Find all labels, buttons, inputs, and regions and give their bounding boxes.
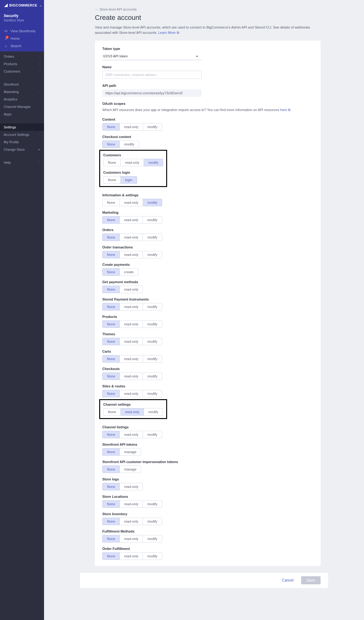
scope-option[interactable]: None (102, 338, 120, 345)
scope-option[interactable]: None (102, 552, 120, 560)
scope-option[interactable]: modify (143, 372, 162, 380)
scope-option[interactable]: None (102, 123, 120, 131)
scope-option[interactable]: modify (143, 518, 162, 525)
scope-option[interactable]: read-only (120, 251, 143, 258)
scope-option[interactable]: modify (143, 431, 162, 438)
scope-option[interactable]: read-only (120, 303, 143, 310)
nav-account-settings[interactable]: Account Settings› (0, 131, 44, 138)
scope-group: MarketingNoneread-onlymodify (102, 211, 313, 224)
scope-option[interactable]: read-only (120, 500, 143, 508)
scope-option[interactable]: login (121, 176, 137, 184)
scope-option[interactable]: None (102, 234, 120, 241)
oauth-here-link[interactable]: here ⧉ (280, 108, 291, 112)
nav-channel-manager[interactable]: Channel Manager (0, 103, 44, 110)
scope-option[interactable]: None (102, 448, 120, 456)
scope-option[interactable]: modify (143, 320, 162, 328)
scope-group: Store LocationsNoneread-onlymodify (102, 495, 313, 508)
scope-option[interactable]: None (102, 320, 120, 328)
scope-option[interactable]: modify (144, 408, 163, 416)
name-input[interactable] (102, 71, 202, 79)
scope-option[interactable]: read-only (120, 390, 143, 397)
nav-customers[interactable]: Customers› (0, 68, 44, 75)
scope-option[interactable]: read-only (121, 159, 144, 166)
scope-option[interactable]: None (102, 141, 120, 148)
scope-option[interactable]: None (102, 431, 120, 438)
scope-option[interactable]: None (103, 408, 121, 416)
scope-option[interactable]: modify (143, 338, 162, 345)
scope-option[interactable]: modify (143, 500, 162, 508)
scope-option[interactable]: read-only (120, 431, 143, 438)
scope-group: Channel listingsNoneread-onlymodify (102, 425, 313, 438)
scope-option[interactable]: read-only (120, 338, 143, 345)
nav-orders[interactable]: Orders› (0, 53, 44, 60)
scope-option[interactable]: None (102, 199, 120, 206)
scope-option[interactable]: None (102, 355, 120, 363)
scope-option[interactable]: None (102, 518, 120, 525)
scope-option[interactable]: modify (143, 552, 162, 560)
scope-option[interactable]: manage (120, 448, 141, 456)
search-link[interactable]: ⌕ Search (0, 42, 44, 50)
scope-option[interactable]: None (103, 176, 121, 184)
scope-option[interactable]: read-only (120, 234, 143, 241)
breadcrumb-back[interactable]: ← Store-level API accounts (95, 7, 321, 11)
learn-more-link[interactable]: Learn More ⧉ (158, 31, 179, 34)
nav-help[interactable]: Help⌃ (0, 159, 44, 166)
scope-option[interactable]: None (103, 159, 121, 166)
scope-option[interactable]: read-only (120, 535, 143, 542)
nav-products[interactable]: Products› (0, 60, 44, 68)
scope-option[interactable]: read-only (120, 372, 143, 380)
scope-option[interactable]: manage (120, 466, 141, 473)
scope-option[interactable]: modify (144, 159, 163, 166)
nav-settings[interactable]: Settings (0, 123, 44, 131)
scope-option[interactable]: read-only (120, 216, 143, 224)
scope-option[interactable]: modify (143, 199, 162, 206)
token-type-select[interactable]: V2/V3 API token (102, 52, 202, 60)
scope-option[interactable]: None (102, 303, 120, 310)
scope-option[interactable]: read-only (121, 408, 144, 416)
nav-marketing[interactable]: Marketing› (0, 88, 44, 96)
scope-option[interactable]: read-only (120, 199, 143, 206)
scope-option[interactable]: modify (143, 303, 162, 310)
nav-apps[interactable]: Apps› (0, 110, 44, 118)
scope-option[interactable]: None (102, 216, 120, 224)
sidebar-header: BIGCOMMERCE « Xecurify Sandbox Store (0, 0, 44, 25)
scope-option[interactable]: None (102, 535, 120, 542)
scope-option[interactable]: read-only (120, 286, 143, 293)
scope-option[interactable]: None (102, 483, 120, 490)
collapse-sidebar-icon[interactable]: « (40, 4, 42, 7)
scope-option[interactable]: modify (143, 234, 162, 241)
scope-option[interactable]: None (102, 390, 120, 397)
nav-storefront[interactable]: Storefront› (0, 81, 44, 88)
scope-option[interactable]: None (102, 286, 120, 293)
scope-option[interactable]: read-only (120, 483, 143, 490)
scope-option[interactable]: read-only (120, 518, 143, 525)
scope-option[interactable]: modify (143, 251, 162, 258)
scope-option[interactable]: read-only (120, 355, 143, 363)
nav-analytics[interactable]: Analytics› (0, 96, 44, 103)
scope-option[interactable]: read-only (120, 320, 143, 328)
home-link[interactable]: ⌂ 1 Home (0, 35, 44, 42)
scope-option[interactable]: None (102, 372, 120, 380)
scope-option[interactable]: None (102, 251, 120, 258)
scope-option[interactable]: modify (143, 355, 162, 363)
scope-option[interactable]: read-only (120, 123, 143, 131)
scope-option[interactable]: modify (143, 123, 162, 131)
brand-logo: BIGCOMMERCE (4, 3, 40, 7)
scope-option[interactable]: modify (120, 141, 139, 148)
scope-title: Themes (102, 332, 313, 336)
chevron-right-icon: › (39, 113, 40, 116)
scope-option[interactable]: None (102, 268, 120, 276)
scope-option[interactable]: modify (143, 390, 162, 397)
scope-option[interactable]: modify (143, 535, 162, 542)
view-storefronts-link[interactable]: ▭ View Storefronts (0, 27, 44, 35)
nav-change-store[interactable]: Change Store⇄ (0, 146, 44, 153)
scope-option[interactable]: None (102, 500, 120, 508)
scope-option[interactable]: create (120, 268, 138, 276)
save-button[interactable]: Save (301, 576, 321, 584)
scope-option[interactable]: None (102, 466, 120, 473)
scope-option[interactable]: read-only (120, 552, 143, 560)
scope-option[interactable]: modify (143, 216, 162, 224)
cancel-button[interactable]: Cancel (278, 576, 297, 584)
scope-options: Noneread-only (102, 286, 313, 293)
nav-my-profile[interactable]: My Profile (0, 138, 44, 146)
